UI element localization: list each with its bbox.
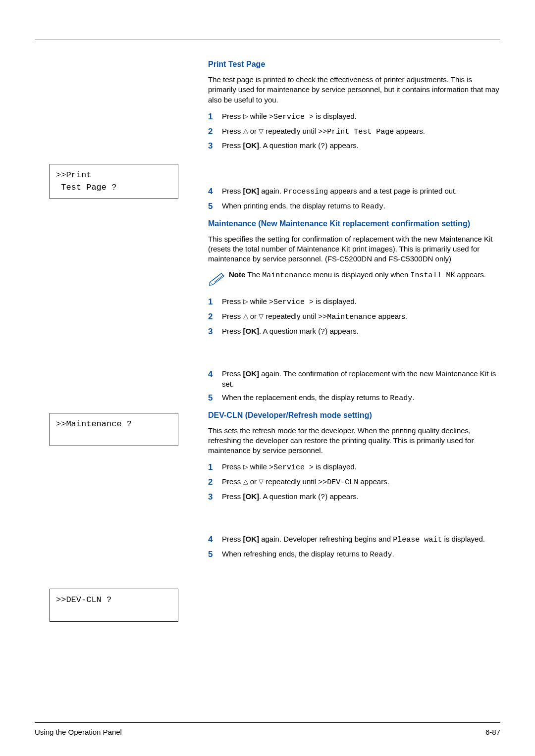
step-4: 4 Press [OK] again. The confirmation of …	[208, 368, 500, 389]
step-text: Press △ or ▽ repeatedly until >>Print Te…	[222, 126, 500, 137]
step-1: 1 Press ▷ while >Service > is displayed.	[208, 111, 500, 123]
step-text: Press ▷ while >Service > is displayed.	[222, 461, 500, 473]
note-icon	[208, 269, 227, 288]
intro-maintenance: This specifies the setting for confirmat…	[208, 234, 500, 264]
heading-maintenance: Maintenance (New Maintenance Kit replace…	[208, 219, 500, 228]
note-text: Note The Maintenance menu is displayed o…	[229, 270, 500, 281]
step-2: 2 Press △ or ▽ repeatedly until >>Print …	[208, 126, 500, 138]
step-5: 5 When the replacement ends, the display…	[208, 392, 500, 404]
step-text: Press [OK]. A question mark (?) appears.	[222, 140, 500, 151]
lcd-display-devcln: >>DEV-CLN ?	[50, 589, 178, 622]
step-number: 5	[208, 392, 222, 404]
footer-left: Using the Operation Panel	[35, 728, 122, 736]
step-text: Press [OK]. A question mark (?) appears.	[222, 326, 500, 337]
step-text: When the replacement ends, the display r…	[222, 392, 500, 403]
step-5: 5 When printing ends, the display return…	[208, 201, 500, 212]
step-text: Press [OK] again. The confirmation of re…	[222, 368, 500, 389]
step-1: 1 Press ▷ while >Service > is displayed.	[208, 296, 500, 308]
step-text: When printing ends, the display returns …	[222, 201, 500, 212]
heading-devcln: DEV-CLN (Developer/Refresh mode setting)	[208, 411, 500, 420]
step-number: 2	[208, 126, 222, 138]
heading-print-test: Print Test Page	[208, 60, 500, 69]
step-3: 3 Press [OK]. A question mark (?) appear…	[208, 140, 500, 152]
left-column: >>Print Test Page ? >>Maintenance ? >>DE…	[35, 60, 193, 622]
step-number: 1	[208, 111, 222, 123]
step-4: 4 Press [OK] again. Processing appears a…	[208, 186, 500, 198]
step-number: 1	[208, 461, 222, 473]
right-triangle-icon: ▷	[243, 462, 248, 471]
step-number: 4	[208, 368, 222, 380]
step-text: Press [OK] again. Developer refreshing b…	[222, 534, 500, 545]
step-number: 1	[208, 296, 222, 308]
up-triangle-icon: △	[243, 312, 248, 321]
step-number: 3	[208, 140, 222, 152]
footer: Using the Operation Panel 6-87	[35, 722, 500, 736]
step-text: Press [OK]. A question mark (?) appears.	[222, 491, 500, 503]
page-content: >>Print Test Page ? >>Maintenance ? >>DE…	[35, 40, 500, 622]
down-triangle-icon: ▽	[259, 312, 264, 321]
step-text: When refreshing ends, the display return…	[222, 549, 500, 560]
step-2: 2 Press △ or ▽ repeatedly until >>DEV-CL…	[208, 476, 500, 488]
step-text: Press [OK] again. Processing appears and…	[222, 186, 500, 197]
step-4: 4 Press [OK] again. Developer refreshing…	[208, 534, 500, 546]
intro-print-test: The test page is printed to check the ef…	[208, 75, 500, 105]
step-5: 5 When refreshing ends, the display retu…	[208, 549, 500, 560]
up-triangle-icon: △	[243, 127, 248, 136]
step-text: Press ▷ while >Service > is displayed.	[222, 111, 500, 122]
down-triangle-icon: ▽	[259, 477, 264, 486]
step-number: 4	[208, 186, 222, 198]
step-text: Press △ or ▽ repeatedly until >>Maintena…	[222, 311, 500, 322]
step-number: 4	[208, 534, 222, 546]
step-3: 3 Press [OK]. A question mark (?) appear…	[208, 491, 500, 503]
step-text: Press △ or ▽ repeatedly until >>DEV-CLN …	[222, 476, 500, 488]
step-3: 3 Press [OK]. A question mark (?) appear…	[208, 326, 500, 338]
step-number: 5	[208, 201, 222, 212]
step-text: Press ▷ while >Service > is displayed.	[222, 296, 500, 307]
step-1: 1 Press ▷ while >Service > is displayed.	[208, 461, 500, 473]
down-triangle-icon: ▽	[259, 127, 264, 136]
intro-devcln: This sets the refresh mode for the devel…	[208, 426, 500, 456]
footer-right: 6-87	[485, 728, 500, 736]
step-number: 3	[208, 491, 222, 503]
right-column: Print Test Page The test page is printed…	[193, 60, 500, 622]
footer-rule	[35, 722, 500, 723]
step-number: 3	[208, 326, 222, 338]
up-triangle-icon: △	[243, 477, 248, 486]
step-number: 2	[208, 311, 222, 323]
right-triangle-icon: ▷	[243, 297, 248, 306]
note-box: Note The Maintenance menu is displayed o…	[208, 270, 500, 288]
step-2: 2 Press △ or ▽ repeatedly until >>Mainte…	[208, 311, 500, 323]
lcd-display-maintenance: >>Maintenance ?	[50, 413, 178, 446]
right-triangle-icon: ▷	[243, 112, 248, 121]
step-number: 5	[208, 549, 222, 560]
lcd-display-print-test: >>Print Test Page ?	[50, 164, 178, 199]
step-number: 2	[208, 476, 222, 488]
